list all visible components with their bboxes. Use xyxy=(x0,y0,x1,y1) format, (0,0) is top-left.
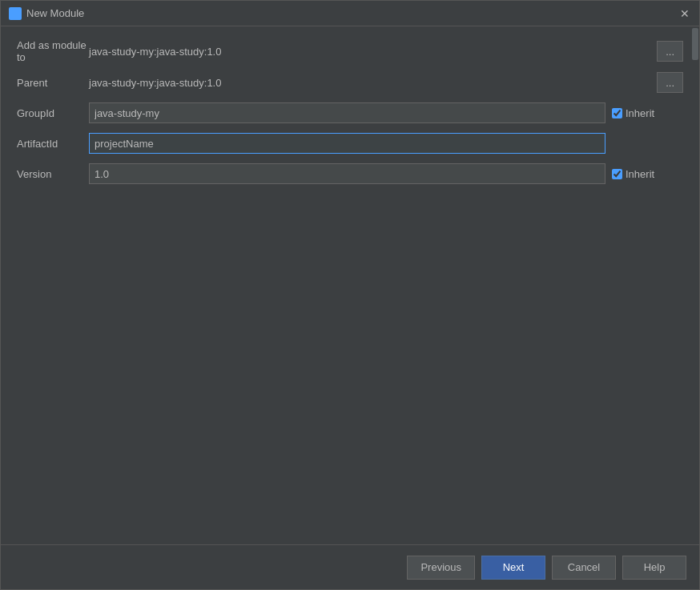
artifact-id-row: ArtifactId xyxy=(17,132,683,155)
group-id-label: GroupId xyxy=(17,107,89,119)
group-id-input[interactable] xyxy=(89,102,605,123)
previous-button[interactable]: Previous xyxy=(407,556,475,580)
add-as-module-row: Add as module to java-study-my:java-stud… xyxy=(17,39,683,63)
svg-rect-0 xyxy=(10,9,14,13)
version-row: Version Inherit xyxy=(17,163,683,185)
version-label: Version xyxy=(17,168,89,180)
version-input[interactable] xyxy=(89,163,605,184)
add-as-module-browse-button[interactable]: ... xyxy=(657,41,683,62)
title-bar-left: New Module xyxy=(9,7,84,20)
parent-value: java-study-my:java-study:1.0 xyxy=(89,77,652,89)
svg-rect-1 xyxy=(16,9,20,13)
add-as-module-label: Add as module to xyxy=(17,39,89,63)
dialog-title: New Module xyxy=(26,7,84,19)
artifact-id-input[interactable] xyxy=(89,133,605,154)
svg-rect-3 xyxy=(16,14,20,18)
add-as-module-value: java-study-my:java-study:1.0 xyxy=(89,46,652,58)
version-inherit-label: Inherit xyxy=(626,168,654,180)
group-id-inherit-area: Inherit xyxy=(612,107,654,119)
help-button[interactable]: Help xyxy=(622,556,686,580)
artifact-id-label: ArtifactId xyxy=(17,138,89,150)
parent-browse-button[interactable]: ... xyxy=(657,72,683,93)
parent-row: Parent java-study-my:java-study:1.0 ... xyxy=(17,71,683,94)
new-module-dialog: New Module ✕ Add as module to java-study… xyxy=(0,0,700,590)
version-inherit-area: Inherit xyxy=(612,168,654,180)
svg-rect-2 xyxy=(10,14,14,18)
close-button[interactable]: ✕ xyxy=(678,7,691,20)
dialog-content: Add as module to java-study-my:java-stud… xyxy=(1,26,699,544)
version-inherit-checkbox[interactable] xyxy=(612,169,622,179)
parent-label: Parent xyxy=(17,77,89,89)
group-id-row: GroupId Inherit xyxy=(17,102,683,124)
scrollbar[interactable] xyxy=(691,26,699,544)
module-icon xyxy=(9,7,22,20)
cancel-button[interactable]: Cancel xyxy=(552,556,616,580)
next-button[interactable]: Next xyxy=(481,556,545,580)
scrollbar-thumb[interactable] xyxy=(692,28,698,60)
dialog-footer: Previous Next Cancel Help xyxy=(1,544,699,589)
group-id-inherit-label: Inherit xyxy=(626,107,654,119)
title-bar: New Module ✕ xyxy=(1,1,699,26)
group-id-inherit-checkbox[interactable] xyxy=(612,108,622,118)
